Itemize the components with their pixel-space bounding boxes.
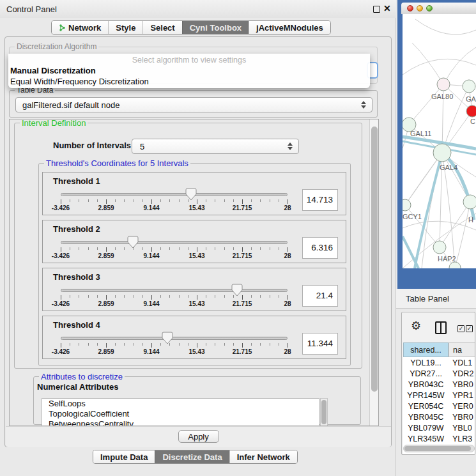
slider-track[interactable] [61,193,288,196]
gear-icon[interactable]: ⚙ [411,319,421,333]
tab-infer-network[interactable]: Infer Network [229,450,297,463]
tab-network[interactable]: Network [52,21,108,34]
threshold-panel-4: Threshold 4-3.4262.8599.14415.4321.71528… [42,316,346,359]
interval-definition-title: Interval Definition [20,119,88,128]
threshold-value-field[interactable]: 6.316 [302,237,338,259]
threshold-value-field[interactable]: 21.4 [302,285,338,307]
attributes-list-scrollbar[interactable] [320,398,328,426]
table-row[interactable]: YDR27...YDR2 [403,368,475,379]
dropdown-item-manual-discretization[interactable]: Manual Discretization [10,66,96,75]
slider-tick-label: 21.715 [233,252,252,259]
slider-tick-label: 21.715 [233,300,252,307]
network-node-gcy1[interactable] [403,199,411,211]
slider-tick-label: -3.426 [52,300,70,307]
number-of-intervals-spinner[interactable]: 5 [132,139,299,154]
slider-tick-label: -3.426 [52,204,70,211]
checkbox-icon[interactable]: ✓ [457,325,464,332]
network-node-gal80[interactable] [437,78,450,91]
table-cell: YDL19... [403,357,449,368]
threshold-label: Threshold 4 [53,320,100,330]
close-icon[interactable]: ✕ [383,3,391,13]
threshold-panel-1: Threshold 1-3.4262.8599.14415.4321.71528… [42,172,346,215]
table-data-combobox[interactable]: galFiltered.sif default node [15,97,372,112]
control-panel-tabs: NetworkStyleSelectCyni ToolboxjActiveMNo… [51,20,331,35]
list-item-topologicalcoefficient[interactable]: TopologicalCoefficient [42,409,319,419]
table-row[interactable]: YPR145WYPR1 [403,390,475,401]
slider-tick-label: 9.144 [143,252,159,259]
table-horizontal-scrollbar[interactable] [403,445,475,452]
slider-tick-label: 15.43 [188,204,204,211]
list-item-betweennesscentrality[interactable]: BetweennessCentrality [42,419,319,426]
table-cell: YDR2 [449,368,475,379]
network-node-ga[interactable] [463,80,475,93]
table-cell: YLR3 [449,433,475,444]
panel-vertical-scrollbar[interactable] [369,119,379,426]
network-node-label: GAL11 [410,130,431,137]
table-row[interactable]: YBR043CYBR0 [403,379,475,390]
tab-jactivemnodules[interactable]: jActiveMNodules [249,21,330,34]
tab-style[interactable]: Style [108,21,142,34]
table-cell: YER054C [403,401,449,411]
slider-track[interactable] [61,337,288,340]
control-panel-titlebar: Control Panel ✕ [0,0,396,18]
slider-tick-label: 9.144 [143,300,159,307]
tab-cyni-toolbox[interactable]: Cyni Toolbox [182,21,249,34]
threshold-value-field[interactable]: 11.344 [302,333,338,355]
threshold-value-field[interactable]: 14.713 [302,189,338,211]
network-node-gal4[interactable] [433,144,451,162]
slider-thumb[interactable] [127,236,139,249]
threshold-label: Threshold 1 [53,176,100,186]
tab-label: jActiveMNodules [256,23,323,33]
slider-major-ticks [61,295,288,300]
slider-thumb[interactable] [162,332,173,344]
cyni-toolbox-panel: Discretization Algorithm Select algorith… [4,36,392,447]
slider-track[interactable] [61,289,288,292]
tab-select[interactable]: Select [142,21,181,34]
cyni-mode-tabs: Impute DataDiscretize DataInfer Network [93,450,298,464]
table-row[interactable]: YBL079WYBL0 [403,422,475,433]
slider-tick-label: 21.715 [233,348,252,355]
slider-tick-label: 2.859 [98,300,114,307]
network-node-label: GAL80 [431,93,453,100]
network-node-h[interactable] [463,195,476,209]
network-canvas[interactable]: GAL80GACGAL11GAL4GCY1HHAP2 [403,14,476,268]
tab-discretize-data[interactable]: Discretize Data [155,450,229,463]
column-header-na[interactable]: na [449,342,475,357]
slider-thumb[interactable] [231,284,243,296]
tab-impute-data[interactable]: Impute Data [93,450,155,463]
network-edge [403,59,476,75]
slider-tick-label: -3.426 [52,252,70,259]
slider-tick-label: 15.43 [188,252,204,259]
slider-thumb[interactable] [185,188,197,201]
table-row[interactable]: YER054CYER0 [403,401,475,411]
table-cell: YLR345W [403,433,449,444]
table-row[interactable]: YDL19...YDL1 [403,357,475,368]
tab-label: Network [68,23,101,33]
apply-button[interactable]: Apply [178,430,219,443]
table-cell: YBL079W [403,422,449,433]
network-node-hap2[interactable] [433,241,446,254]
attributes-title: Attributes to discretize [39,372,125,381]
minimize-traffic-light-icon[interactable] [417,5,423,12]
table-row[interactable]: YLR345WYLR3 [403,433,475,444]
interval-definition-group: Interval Definition Number of Intervals … [14,123,362,369]
slider-tick-label: 21.715 [233,204,252,211]
network-node-c[interactable] [466,105,476,117]
table-row[interactable]: YBR045CYBR0 [403,411,475,422]
number-of-intervals-value: 5 [140,142,144,151]
column-header-shared[interactable]: shared... [403,342,449,357]
split-columns-icon[interactable] [435,321,447,334]
threshold-panel-3: Threshold 3-3.4262.8599.14415.4321.71528… [42,268,346,311]
list-item-selfloops[interactable]: SelfLoops [42,399,319,409]
zoom-traffic-light-icon[interactable] [426,5,433,12]
slider-tick-label: 9.144 [143,204,159,211]
close-traffic-light-icon[interactable] [407,5,413,12]
network-node-item[interactable] [449,262,461,268]
slider-major-ticks [61,343,288,348]
table-panel-titlebar: Table Panel [396,289,476,309]
algorithm-dropdown-popup: Select algorithm to view settings Manual… [8,54,370,88]
slider-track[interactable] [61,241,288,244]
dropdown-item-equal-width-frequency-discretization[interactable]: Equal Width/Frequency Discretization [10,77,149,86]
checkbox-icon[interactable]: ✓ [466,325,473,332]
float-window-icon[interactable] [373,6,380,13]
